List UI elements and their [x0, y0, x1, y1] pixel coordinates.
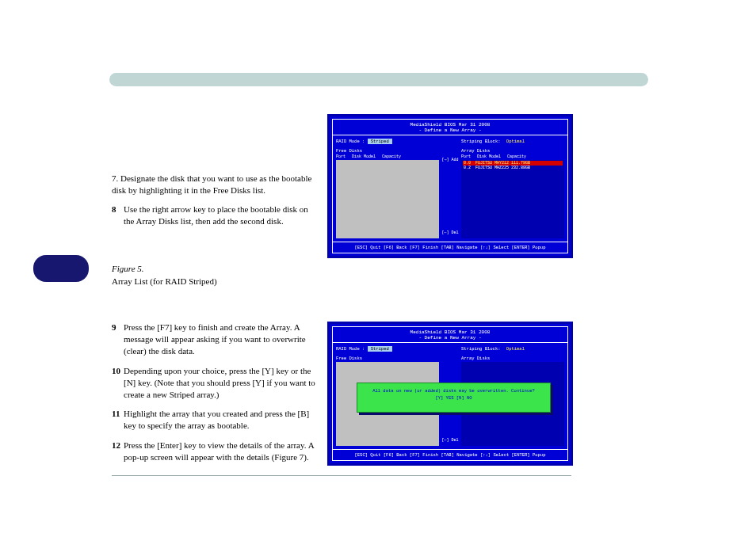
- col-capacity: Capacity: [507, 154, 526, 159]
- bios-title-line2: - Define a New Array -: [418, 335, 481, 341]
- del-arrow-label: [←] Del: [441, 438, 458, 443]
- col-capacity: Capacity: [382, 154, 401, 159]
- step-number-8: 8: [112, 204, 116, 215]
- free-disks-label: Free Disks: [336, 356, 439, 361]
- instruction-step-10: Depending upon your choice, press the [Y…: [124, 365, 318, 401]
- step-number-12: 12: [112, 440, 120, 451]
- striping-block-value: Optimal: [503, 346, 528, 352]
- step-number-9: 9: [112, 322, 116, 333]
- raid-mode-label: RAID Mode :: [336, 139, 365, 144]
- table-row: 0.2 FUJITSU MHZ225 232.88GB: [463, 166, 563, 170]
- striping-block-label: Striping Block:: [461, 139, 501, 144]
- instruction-step-12: Press the [Enter] key to view the detail…: [124, 440, 318, 463]
- bios-title-line1: MediaShield BIOS Mar 31 2008: [410, 122, 491, 128]
- section-header-bar: [109, 73, 648, 86]
- bios-title-line2: - Define a New Array -: [418, 128, 481, 133]
- free-disks-list: [336, 160, 439, 238]
- striping-block-label: Striping Block:: [461, 346, 501, 352]
- figure-caption: Figure 5.: [112, 263, 144, 275]
- confirm-overwrite-popup: All data on new (or added) disks may be …: [357, 383, 551, 413]
- bios-footer-keys: [ESC] Quit [F6] Back [F7] Finish [TAB] N…: [333, 449, 567, 460]
- free-disks-label: Free Disks: [336, 148, 439, 154]
- array-disks-list: 0.0 FUJITSU MHY212 111.79GB 0.2 FUJITSU …: [461, 160, 564, 238]
- instruction-step-7: 7. Designate the disk that you want to u…: [112, 173, 318, 196]
- popup-options: [Y] YES [N] NO: [357, 395, 550, 402]
- step-number-10: 10: [112, 365, 120, 377]
- figure-label: Array List (for RAID Striped): [112, 276, 310, 287]
- bios-screenshot-define-array: MediaShield BIOS Mar 31 2008 - Define a …: [327, 114, 573, 258]
- raid-mode-value: Striped: [368, 139, 392, 144]
- popup-message: All data on new (or added) disks may be …: [357, 388, 550, 395]
- instruction-step-8: Use the right arrow key to place the boo…: [124, 204, 318, 227]
- del-arrow-label: [←] Del: [441, 230, 458, 235]
- figure-badge: [33, 255, 89, 282]
- step-number-11: 11: [112, 408, 120, 420]
- raid-mode-label: RAID Mode :: [336, 346, 365, 352]
- array-disks-label: Array Disks: [461, 148, 564, 154]
- divider: [112, 475, 571, 476]
- instruction-step-11: Highlight the array that you created and…: [124, 408, 318, 432]
- array-disks-label: Array Disks: [461, 356, 564, 361]
- col-model: Disk Model: [477, 154, 501, 159]
- add-arrow-label: [→] Add: [441, 158, 458, 162]
- striping-block-value: Optimal: [503, 139, 528, 144]
- col-model: Disk Model: [352, 154, 376, 159]
- instruction-step-9: Press the [F7] key to finish and create …: [124, 322, 318, 357]
- col-port: Port: [336, 154, 346, 159]
- bios-footer-keys: [ESC] Quit [F6] Back [F7] Finish [TAB] N…: [333, 242, 567, 253]
- raid-mode-value: Striped: [368, 346, 392, 352]
- bios-screenshot-confirm-overwrite: MediaShield BIOS Mar 31 2008 - Define a …: [327, 322, 573, 466]
- bios-title-line1: MediaShield BIOS Mar 31 2008: [410, 329, 491, 335]
- col-port: Port: [461, 154, 471, 159]
